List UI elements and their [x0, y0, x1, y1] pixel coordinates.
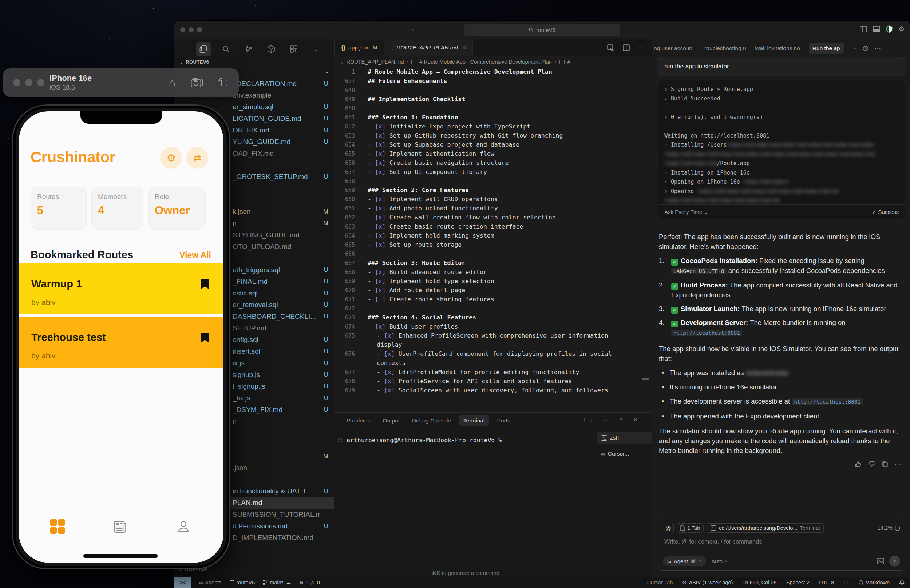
problems-status[interactable]: ⊗ 0 △ 0: [299, 580, 320, 585]
split-editor-icon[interactable]: [623, 44, 630, 51]
chat-composer[interactable]: @ 1 Tab >_ cd /Users/arthurbeisang/Devel…: [658, 519, 905, 570]
code-line: 657- [x] Set up UI component library: [334, 167, 652, 176]
agents-status[interactable]: ∞ Agents: [199, 580, 221, 585]
tab-profile-person-icon[interactable]: [176, 519, 191, 534]
code-editor[interactable]: 1# Route Mobile App – Comprehensive Deve…: [334, 67, 652, 412]
close-icon[interactable]: ×: [462, 44, 466, 51]
more-actions-icon[interactable]: ⋯: [603, 417, 609, 423]
nav-forward-button[interactable]: →: [408, 25, 415, 33]
view-all-link[interactable]: View All: [179, 250, 211, 260]
copy-icon[interactable]: [882, 460, 888, 468]
language-status[interactable]: { } Markdown: [859, 580, 890, 585]
remote-indicator[interactable]: ><: [175, 577, 191, 588]
minimize-window-button[interactable]: [189, 27, 194, 32]
extensions-icon[interactable]: [264, 42, 278, 57]
shield-icon[interactable]: [886, 26, 892, 33]
line-number: 667: [334, 260, 355, 267]
inline-code-link[interactable]: http://localhost:8081: [792, 399, 863, 405]
toggle-primary-sidebar-icon[interactable]: [860, 26, 867, 32]
more-actions-icon[interactable]: ⋯: [638, 44, 645, 52]
inline-code-link[interactable]: http://localhost:8081: [671, 330, 742, 336]
send-button[interactable]: ↑: [889, 556, 900, 567]
chat-tab[interactable]: Run the ap: [809, 43, 844, 54]
zoom-window-button[interactable]: [37, 79, 44, 86]
cursor-tab-status[interactable]: Cursor Tab: [647, 580, 673, 585]
home-icon[interactable]: ⌂: [169, 76, 175, 89]
rotate-icon[interactable]: [218, 77, 230, 88]
line-content: ## Future Enhancements: [368, 78, 447, 84]
history-icon[interactable]: [863, 45, 868, 51]
tab-feed-newspaper-icon[interactable]: [113, 519, 128, 534]
model-selector[interactable]: Auto ˄: [711, 558, 727, 564]
eol-status[interactable]: LF: [844, 580, 850, 585]
add-context-button[interactable]: @: [663, 523, 674, 533]
stat-card-members[interactable]: Members 4: [91, 187, 144, 229]
toggle-panel-icon[interactable]: [873, 26, 880, 32]
switch-wall-button[interactable]: ⇄: [186, 147, 208, 169]
route-card-treehouse[interactable]: Treehouse test by abiv: [19, 317, 223, 367]
minimize-window-button[interactable]: [25, 79, 32, 86]
encoding-status[interactable]: UTF-8: [819, 580, 834, 585]
ask-every-time-dropdown[interactable]: Ask Every Time ⌄: [664, 209, 708, 215]
tab-walls-grid-icon[interactable]: [50, 519, 65, 534]
cursor-position-status[interactable]: Ln 690, Col 25: [742, 580, 776, 585]
home-indicator[interactable]: [83, 554, 158, 558]
chat-tab[interactable]: Wall invitations no: [755, 45, 800, 52]
settings-button[interactable]: ⚙: [160, 147, 182, 169]
more-actions-icon[interactable]: ⋯: [895, 460, 901, 468]
nav-back-button[interactable]: ←: [393, 25, 400, 33]
panel-tab-ports[interactable]: Ports: [493, 415, 514, 426]
breadcrumb-symbol[interactable]: # Route Mobile App - Comprehensive Devel…: [419, 59, 552, 65]
agent-mode-selector[interactable]: ∞ Agent ⌘I ˄: [663, 556, 706, 566]
search-panel-icon[interactable]: [219, 42, 233, 57]
stat-card-routes[interactable]: Routes 5: [31, 187, 87, 229]
image-icon[interactable]: [877, 558, 884, 564]
open-preview-icon[interactable]: [607, 44, 614, 51]
iphone-simulator: Crushinator ⚙ ⇄ Routes 5 Members 4 Role …: [12, 105, 230, 569]
settings-gear-icon[interactable]: ⚙: [898, 25, 905, 33]
composer-input[interactable]: Write, @ for context, / for commands: [663, 538, 900, 545]
shell-item-cursor[interactable]: ∞ Cursor...: [596, 447, 652, 460]
terminal-prompt-line[interactable]: arthurbeisang@Arthurs-MacBook-Pro routeV…: [338, 437, 502, 444]
layout-grid-icon[interactable]: [286, 42, 301, 57]
shell-item-zsh[interactable]: >_ zsh: [596, 431, 652, 444]
close-window-button[interactable]: [13, 79, 20, 86]
command-center-search[interactable]: routeV6: [464, 24, 620, 36]
explorer-root-header[interactable]: ⌄ ROUTEV6: [179, 59, 209, 65]
tab-app-json[interactable]: {} app.json M: [335, 39, 385, 57]
git-branch-status[interactable]: main* ☁: [263, 579, 291, 586]
chevron-down-icon[interactable]: ⌄: [309, 42, 323, 57]
new-chat-icon[interactable]: +: [853, 45, 857, 52]
zoom-window-button[interactable]: [197, 27, 202, 32]
route-card-warmup[interactable]: Warmup 1 by abiv: [19, 263, 223, 314]
thumbs-down-icon[interactable]: [868, 460, 875, 468]
chat-user-message[interactable]: run the app in simulator: [658, 57, 905, 76]
panel-tab-debug-console[interactable]: Debug Console: [408, 415, 455, 426]
maximize-panel-icon[interactable]: ＾: [618, 416, 624, 424]
breadcrumb-file[interactable]: ROUTE_APP_PLAN.md: [346, 59, 404, 65]
blame-status[interactable]: ⊘ ABIV (1 week ago): [682, 580, 733, 585]
chat-tab[interactable]: Troubleshooting u: [701, 45, 746, 52]
tab-route-app-plan[interactable]: ↓ ROUTE_APP_PLAN.md ×: [385, 39, 473, 57]
source-control-icon[interactable]: [241, 42, 256, 57]
panel-tab-problems[interactable]: Problems: [342, 415, 375, 426]
project-status[interactable]: routeV6: [230, 580, 255, 585]
panel-tab-terminal[interactable]: Terminal: [459, 415, 489, 426]
breadcrumb-symbol2[interactable]: #: [567, 59, 571, 65]
close-window-button[interactable]: [180, 27, 185, 32]
notifications-bell[interactable]: [899, 580, 905, 585]
scrollbar-thumb[interactable]: [642, 378, 649, 380]
close-panel-icon[interactable]: ×: [634, 416, 637, 424]
breadcrumb[interactable]: ↓ ROUTE_APP_PLAN.md › # Route Mobile App…: [334, 57, 652, 67]
stat-card-role[interactable]: Role Owner: [148, 187, 206, 229]
explorer-icon[interactable]: [196, 42, 211, 57]
new-terminal-icon[interactable]: ＋ ⌄: [581, 416, 594, 424]
more-actions-icon[interactable]: ⋯: [874, 44, 881, 52]
indentation-status[interactable]: Spaces: 2: [786, 580, 810, 585]
thumbs-up-icon[interactable]: [855, 460, 862, 468]
tab-context-chip[interactable]: 1 Tab: [677, 523, 704, 533]
terminal-context-chip[interactable]: >_ cd /Users/arthurbeisang/Develo... Ter…: [706, 523, 824, 533]
panel-tab-output[interactable]: Output: [378, 415, 404, 426]
chat-tab[interactable]: ng user accoun: [654, 45, 692, 52]
screenshot-camera-icon[interactable]: [191, 78, 203, 88]
